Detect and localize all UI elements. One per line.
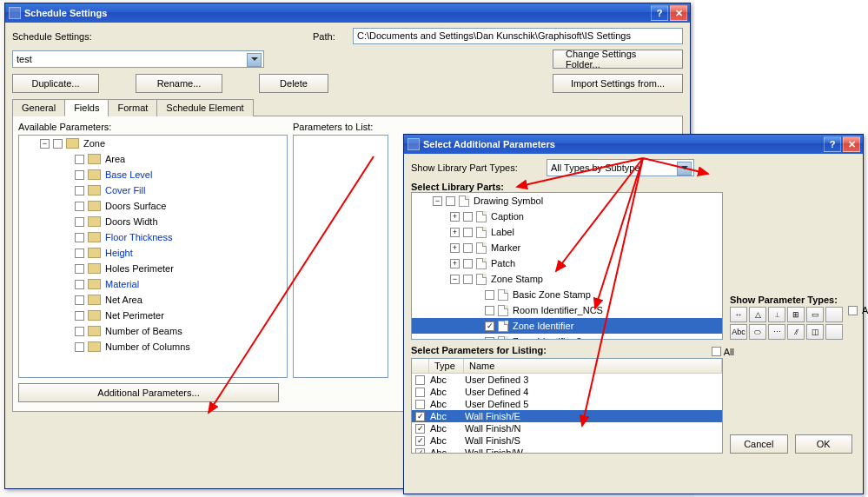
param-type-button[interactable]: ⋯ bbox=[768, 324, 785, 340]
titlebar[interactable]: Select Additional Parameters ? ✕ bbox=[404, 135, 863, 154]
expander-icon[interactable]: + bbox=[450, 228, 460, 237]
checkbox[interactable] bbox=[415, 424, 425, 434]
param-type-button[interactable]: △ bbox=[749, 307, 766, 322]
param-type-button[interactable] bbox=[825, 307, 843, 322]
param-label[interactable]: Base Level bbox=[105, 169, 152, 180]
checkbox[interactable] bbox=[463, 259, 473, 268]
checkbox[interactable] bbox=[415, 436, 425, 446]
all-types-checkbox[interactable] bbox=[848, 306, 858, 315]
param-type-button[interactable] bbox=[825, 324, 843, 340]
tree-node-label[interactable]: Patch bbox=[491, 258, 515, 268]
checkbox[interactable] bbox=[75, 217, 84, 227]
checkbox[interactable] bbox=[415, 388, 425, 397]
param-row[interactable]: AbcWall Finish/E bbox=[412, 410, 722, 422]
param-row[interactable]: AbcUser Defined 4 bbox=[412, 386, 722, 398]
param-type-button[interactable]: ⊞ bbox=[787, 307, 805, 322]
checkbox[interactable] bbox=[485, 321, 494, 331]
checkbox[interactable] bbox=[485, 290, 494, 300]
checkbox[interactable] bbox=[415, 448, 425, 454]
tab-format[interactable]: Format bbox=[108, 99, 157, 116]
checkbox[interactable] bbox=[75, 280, 84, 289]
checkbox[interactable] bbox=[463, 275, 473, 284]
param-type-button[interactable]: ⟂ bbox=[768, 307, 785, 322]
col-name[interactable]: Name bbox=[464, 359, 722, 373]
expander-icon[interactable]: − bbox=[40, 139, 50, 149]
type-dropdown[interactable]: All Types by Subtype bbox=[547, 159, 694, 176]
schedule-dropdown[interactable]: test bbox=[12, 50, 264, 68]
rename-button[interactable]: Rename... bbox=[136, 74, 222, 93]
param-type-button[interactable]: ⬭ bbox=[749, 324, 766, 340]
param-row[interactable]: AbcUser Defined 5 bbox=[412, 398, 722, 410]
param-label[interactable]: Area bbox=[105, 154, 125, 164]
checkbox[interactable] bbox=[415, 400, 425, 409]
param-row[interactable]: AbcWall Finish/S bbox=[412, 434, 722, 447]
change-folder-button[interactable]: Change Settings Folder... bbox=[553, 50, 683, 69]
col-type[interactable]: Type bbox=[429, 359, 464, 373]
delete-button[interactable]: Delete bbox=[259, 74, 328, 93]
help-button[interactable]: ? bbox=[651, 5, 668, 21]
checkbox[interactable] bbox=[485, 337, 494, 341]
tree-node-label[interactable]: Basic Zone Stamp bbox=[513, 289, 591, 300]
cancel-button[interactable]: Cancel bbox=[730, 434, 788, 454]
param-type-button[interactable]: ▭ bbox=[806, 307, 824, 322]
tree-node-label[interactable]: Caption bbox=[491, 211, 524, 222]
expander-icon[interactable]: − bbox=[433, 196, 442, 206]
ok-button[interactable]: OK bbox=[795, 434, 853, 454]
tab-fields[interactable]: Fields bbox=[64, 99, 109, 116]
checkbox[interactable] bbox=[446, 196, 455, 206]
expander-icon[interactable]: + bbox=[450, 259, 460, 268]
help-button[interactable]: ? bbox=[824, 136, 841, 152]
import-settings-button[interactable]: Import Settings from... bbox=[553, 74, 683, 93]
titlebar[interactable]: Schedule Settings ? ✕ bbox=[5, 3, 690, 23]
available-params-tree[interactable]: − Zone AreaBase LevelCover FillDoors Sur… bbox=[18, 135, 288, 378]
param-label[interactable]: Net Area bbox=[105, 295, 142, 305]
param-label[interactable]: Doors Surface bbox=[105, 201, 166, 211]
params-listing[interactable]: Type Name AbcUser Defined 3AbcUser Defin… bbox=[411, 358, 723, 454]
checkbox[interactable] bbox=[463, 228, 473, 237]
param-label[interactable]: Material bbox=[105, 279, 139, 289]
param-label[interactable]: Doors Width bbox=[105, 216, 158, 227]
close-button[interactable]: ✕ bbox=[843, 136, 860, 152]
checkbox[interactable] bbox=[463, 212, 473, 222]
close-button[interactable]: ✕ bbox=[670, 5, 687, 21]
expander-icon[interactable]: + bbox=[450, 243, 460, 253]
checkbox[interactable] bbox=[75, 342, 84, 352]
checkbox[interactable] bbox=[53, 139, 63, 149]
tree-node-label[interactable]: Room Identifier_NCS bbox=[513, 305, 603, 315]
duplicate-button[interactable]: Duplicate... bbox=[12, 74, 99, 93]
all-params-checkbox[interactable] bbox=[712, 347, 721, 356]
tree-node-label[interactable]: Label bbox=[491, 227, 514, 237]
checkbox[interactable] bbox=[75, 202, 84, 211]
param-row[interactable]: AbcWall Finish/N bbox=[412, 422, 722, 434]
param-label[interactable]: Net Perimeter bbox=[105, 310, 164, 321]
checkbox[interactable] bbox=[75, 155, 84, 164]
param-label[interactable]: Number of Beams bbox=[105, 326, 182, 336]
param-type-button[interactable]: Abc bbox=[730, 324, 747, 340]
tree-node-label[interactable]: Zone Identifier bbox=[513, 321, 573, 331]
tab-general[interactable]: General bbox=[12, 99, 65, 116]
param-label[interactable]: Holes Perimeter bbox=[105, 263, 174, 274]
param-type-button[interactable]: ⫽ bbox=[787, 324, 805, 340]
param-row[interactable]: AbcWall Finish/W bbox=[412, 447, 722, 454]
param-label[interactable]: Height bbox=[105, 248, 133, 258]
param-label[interactable]: Number of Columns bbox=[105, 341, 190, 352]
path-field[interactable]: C:\Documents and Settings\Dan Kunschik\G… bbox=[353, 28, 683, 44]
expander-icon[interactable]: − bbox=[450, 275, 460, 284]
expander-icon[interactable]: + bbox=[450, 212, 460, 222]
checkbox[interactable] bbox=[75, 233, 84, 242]
library-parts-tree[interactable]: − Drawing Symbol +Caption+Label+Marker+P… bbox=[411, 192, 723, 340]
param-row[interactable]: AbcUser Defined 3 bbox=[412, 374, 722, 386]
checkbox[interactable] bbox=[463, 243, 473, 253]
checkbox[interactable] bbox=[75, 311, 84, 321]
checkbox[interactable] bbox=[415, 375, 425, 385]
checkbox[interactable] bbox=[75, 295, 84, 305]
checkbox[interactable] bbox=[485, 306, 494, 315]
checkbox[interactable] bbox=[75, 186, 84, 195]
checkbox[interactable] bbox=[75, 248, 84, 258]
param-type-button[interactable]: ◫ bbox=[806, 324, 824, 340]
param-type-button[interactable]: ↔ bbox=[730, 307, 747, 322]
tree-node-label[interactable]: Marker bbox=[491, 242, 520, 253]
params-to-list[interactable] bbox=[293, 135, 388, 378]
param-label[interactable]: Floor Thickness bbox=[105, 232, 172, 242]
param-label[interactable]: Cover Fill bbox=[105, 185, 145, 195]
